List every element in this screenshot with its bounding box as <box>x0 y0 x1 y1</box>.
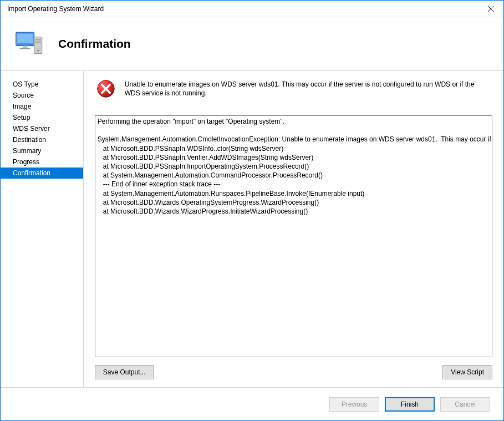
content-pane: Unable to enumerate images on WDS server… <box>84 71 503 387</box>
svg-point-9 <box>37 50 39 52</box>
error-icon <box>96 79 116 99</box>
finish-button[interactable]: Finish <box>385 397 435 412</box>
svg-rect-7 <box>35 39 42 40</box>
svg-rect-4 <box>23 46 28 48</box>
step-summary[interactable]: Summary <box>1 145 83 156</box>
cancel-button: Cancel <box>440 397 490 412</box>
steps-sidebar: OS TypeSourceImageSetupWDS ServerDestina… <box>1 71 84 387</box>
error-row: Unable to enumerate images on WDS server… <box>95 79 492 99</box>
svg-rect-5 <box>20 48 30 49</box>
step-os-type[interactable]: OS Type <box>1 79 83 90</box>
step-source[interactable]: Source <box>1 90 83 101</box>
window-title: Import Operating System Wizard <box>7 5 104 13</box>
previous-button: Previous <box>329 397 379 412</box>
page-heading: Confirmation <box>58 37 131 50</box>
output-log[interactable]: Performing the operation "import" on tar… <box>95 115 492 357</box>
step-image[interactable]: Image <box>1 101 83 112</box>
save-output-button[interactable]: Save Output... <box>95 365 154 379</box>
close-icon <box>488 6 493 12</box>
wizard-footer: Previous Finish Cancel <box>1 387 503 420</box>
step-setup[interactable]: Setup <box>1 112 83 123</box>
svg-rect-8 <box>35 42 42 43</box>
step-confirmation[interactable]: Confirmation <box>1 168 83 179</box>
titlebar: Import Operating System Wizard <box>1 1 503 17</box>
wizard-body: OS TypeSourceImageSetupWDS ServerDestina… <box>1 70 503 387</box>
wizard-header: Confirmation <box>1 17 503 70</box>
error-message: Unable to enumerate images on WDS server… <box>125 79 491 98</box>
svg-rect-3 <box>17 34 33 44</box>
step-wds-server[interactable]: WDS Server <box>1 123 83 134</box>
computer-icon <box>14 28 45 59</box>
view-script-button[interactable]: View Script <box>442 365 492 379</box>
wizard-window: Import Operating System Wizard <box>0 0 504 421</box>
step-progress[interactable]: Progress <box>1 156 83 168</box>
output-actions: Save Output... View Script <box>95 361 492 387</box>
step-destination[interactable]: Destination <box>1 134 83 145</box>
close-button[interactable] <box>478 1 503 17</box>
